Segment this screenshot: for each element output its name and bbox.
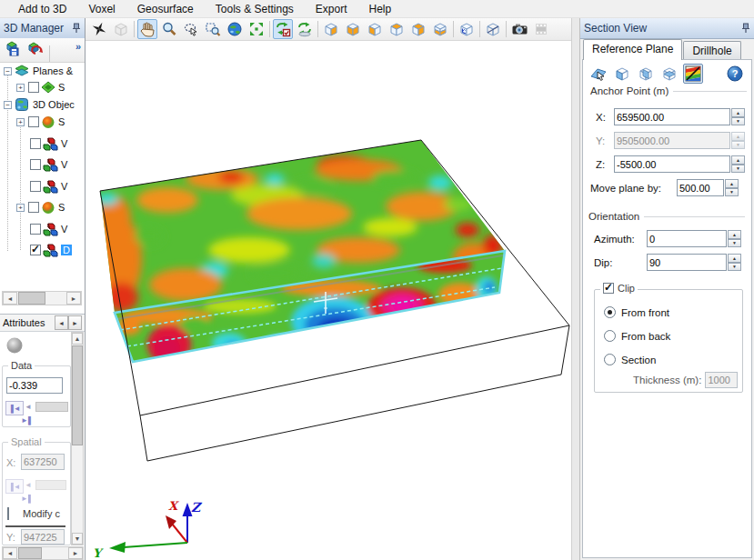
attributes-prev-arrow[interactable]: ◄	[55, 315, 68, 330]
data-slider-track[interactable]	[35, 402, 68, 412]
pan-hand-button[interactable]	[137, 19, 157, 39]
visibility-checkbox[interactable]	[28, 116, 39, 127]
clip-checkbox[interactable]	[603, 283, 614, 294]
scroll-left-arrow[interactable]: ◄	[3, 547, 17, 559]
help-button[interactable]: ?	[725, 64, 745, 84]
axis-cube-button[interactable]	[457, 19, 477, 39]
scroll-thumb[interactable]	[18, 292, 45, 305]
attributes-next-arrow[interactable]: ►	[68, 315, 82, 330]
radio-from-back[interactable]	[604, 330, 616, 342]
x-field[interactable]	[614, 108, 730, 125]
visibility-checkbox[interactable]	[30, 181, 41, 192]
view-cube-front-button[interactable]	[343, 19, 363, 39]
scroll-up-arrow[interactable]: ▲	[72, 333, 83, 345]
plane-visibility-button[interactable]	[295, 19, 315, 39]
tree-row-sphere-1[interactable]: + S	[16, 114, 65, 130]
scroll-left-arrow[interactable]: ◄	[3, 292, 17, 305]
visibility-checkbox[interactable]	[28, 202, 39, 213]
clip-section-option[interactable]: Section	[604, 354, 656, 365]
tree-row-sphere-2[interactable]: + S	[16, 199, 65, 215]
azimuth-spinner[interactable]: ▲▼	[728, 230, 741, 247]
z-field[interactable]	[614, 155, 730, 173]
visibility-checkbox[interactable]	[28, 82, 39, 93]
tab-drillhole[interactable]: Drillhole	[683, 41, 740, 60]
view-cube-left-button[interactable]	[365, 19, 385, 39]
menu-tools-settings[interactable]: Tools & Settings	[205, 1, 305, 17]
tree-row-voxel-3[interactable]: V	[30, 178, 67, 195]
move-plane-spinner[interactable]: ▲▼	[725, 179, 739, 196]
menu-help[interactable]: Help	[358, 1, 403, 17]
menu-voxel[interactable]: Voxel	[77, 1, 126, 17]
azimuth-field[interactable]	[647, 230, 727, 247]
pin-icon[interactable]	[741, 23, 750, 34]
freehand-select-button[interactable]	[181, 19, 201, 39]
scroll-thumb[interactable]	[18, 547, 42, 559]
pick-plane-button[interactable]	[588, 64, 608, 84]
attributes-vscrollbar[interactable]: ▲ ▼	[71, 332, 84, 545]
plane-visibility-checked-button[interactable]	[273, 19, 293, 39]
collapse-icon[interactable]: −	[4, 101, 12, 109]
tree-row-voxel-selected[interactable]: D	[30, 242, 72, 258]
plane-vertical-button[interactable]	[636, 64, 656, 84]
x-spinner[interactable]: ▲▼	[731, 108, 745, 125]
visibility-checkbox[interactable]	[30, 224, 41, 235]
save-view-button[interactable]	[2, 38, 22, 58]
view-cube-corner-button[interactable]	[408, 19, 428, 39]
modify-checkbox[interactable]	[7, 507, 9, 520]
tree-row-3d-objects[interactable]: − 3D Objec	[4, 96, 75, 113]
section-plane-cube-button[interactable]	[483, 19, 503, 39]
3d-viewport[interactable]: Z X Y	[85, 18, 571, 560]
tree-row-planes[interactable]: − Planes &	[4, 63, 73, 79]
expand-icon[interactable]: +	[16, 118, 25, 126]
spatial-y-field[interactable]	[21, 529, 65, 545]
step-back-arrow[interactable]: ◄	[25, 403, 32, 411]
scroll-thumb[interactable]	[72, 345, 83, 445]
menu-export[interactable]: Export	[305, 1, 358, 17]
scroll-right-arrow[interactable]: ►	[66, 292, 81, 305]
tree-row-voxel-1[interactable]: V	[30, 135, 67, 152]
z-spinner[interactable]: ▲▼	[731, 155, 745, 173]
dip-field[interactable]	[647, 254, 727, 271]
view-cube-bottom-button[interactable]	[430, 19, 450, 39]
panel-splitter[interactable]	[571, 18, 580, 560]
zoom-button[interactable]	[159, 19, 179, 39]
radio-from-front-selected[interactable]	[604, 306, 616, 318]
expand-icon[interactable]: +	[16, 204, 25, 212]
globe-view-button[interactable]	[225, 19, 245, 39]
tab-reference-plane[interactable]: Reference Plane	[583, 39, 682, 60]
snapshot-camera-button[interactable]	[509, 19, 529, 39]
menu-geosurface[interactable]: Geosurface	[126, 1, 205, 17]
pin-icon[interactable]	[72, 23, 81, 34]
radio-section[interactable]	[604, 354, 616, 365]
tree-row-voxel-4[interactable]: V	[30, 221, 67, 237]
toolbar-overflow-chevron[interactable]: »	[75, 41, 81, 52]
zoom-window-button[interactable]	[203, 19, 223, 39]
visibility-checkbox[interactable]	[30, 159, 41, 170]
tree-hscrollbar[interactable]: ◄ ►	[2, 291, 82, 305]
plane-horizontal-button[interactable]	[659, 64, 679, 84]
spatial-x-field[interactable]	[21, 454, 65, 470]
visibility-checkbox[interactable]	[30, 138, 41, 149]
collapse-icon[interactable]: −	[4, 67, 12, 75]
section-colormap-button[interactable]	[683, 64, 703, 84]
clip-from-front-option[interactable]: From front	[604, 306, 669, 318]
tree-row-geosurface[interactable]: + S	[16, 79, 65, 95]
plane-front-button[interactable]	[612, 64, 632, 84]
clip-from-back-option[interactable]: From back	[604, 330, 670, 342]
dip-spinner[interactable]: ▲▼	[728, 254, 741, 271]
refresh-view-button[interactable]	[25, 38, 45, 58]
view-cube-right-button[interactable]	[321, 19, 341, 39]
menu-add-to-3d[interactable]: Add to 3D	[7, 1, 77, 17]
expand-icon[interactable]: +	[16, 84, 25, 92]
scroll-down-arrow[interactable]: ▼	[72, 533, 83, 545]
move-plane-field[interactable]	[677, 179, 724, 196]
skip-end-button[interactable]: ►▌	[19, 414, 35, 426]
reposition-tool-button[interactable]	[89, 19, 109, 39]
zoom-extents-button[interactable]	[246, 19, 266, 39]
scroll-right-arrow[interactable]: ►	[68, 547, 83, 559]
data-value-field[interactable]	[6, 377, 63, 394]
attributes-hscrollbar[interactable]: ◄ ►	[2, 546, 84, 560]
3d-scene[interactable]: Z X Y	[85, 41, 571, 560]
visibility-checkbox-checked[interactable]	[30, 245, 41, 255]
view-cube-top-button[interactable]	[387, 19, 407, 39]
